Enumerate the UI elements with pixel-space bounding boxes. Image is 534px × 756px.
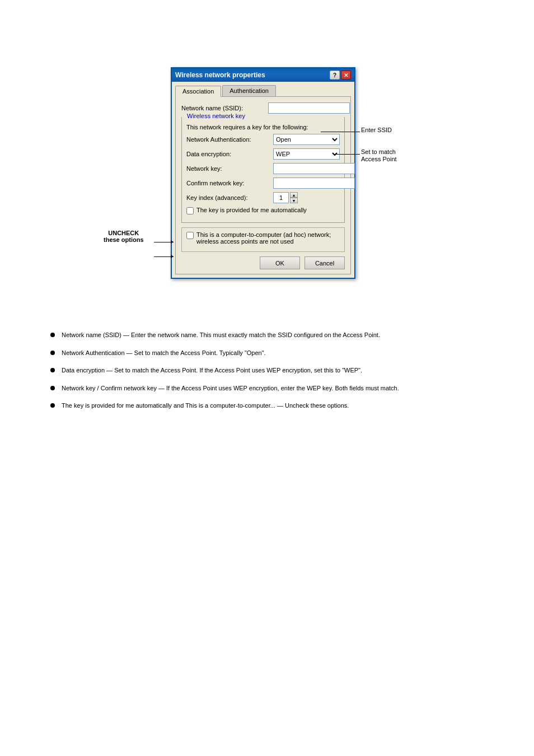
tab-authentication[interactable]: Authentication [222, 85, 276, 96]
network-key-label: Network key: [186, 165, 273, 172]
section-legend: Wireless network key [185, 113, 247, 119]
data-encryption-label: Data encryption: [186, 151, 273, 157]
ok-button[interactable]: OK [260, 256, 300, 269]
spinner-buttons: ▲ ▼ [290, 192, 298, 203]
key-index-input[interactable] [273, 192, 289, 203]
titlebar-buttons: ? ✕ [330, 71, 351, 80]
bullet-dot-4 [50, 386, 55, 390]
network-key-input[interactable] [273, 163, 355, 174]
bullet-text-5: The key is provided for me automatically… [62, 401, 498, 411]
key-index-row: Key index (advanced): ▲ ▼ [186, 192, 340, 203]
bullet-dot-5 [50, 403, 55, 408]
dialog-body: Network name (SSID): Wireless network ke… [175, 96, 351, 274]
bullet-dot-1 [50, 333, 55, 337]
section-text: This network requires a key for the foll… [186, 124, 340, 130]
uncheck-label: UNCHECK these options [104, 230, 144, 243]
data-encryption-select[interactable]: WEP [273, 148, 340, 160]
bullet-item: Network Authentication — Set to match th… [34, 348, 498, 358]
auto-key-checkbox[interactable] [186, 207, 194, 214]
adhoc-row: This is a computer-to-computer (ad hoc) … [186, 231, 340, 245]
network-auth-select[interactable]: Open [273, 134, 340, 145]
uncheck-arrow-2 [154, 256, 174, 257]
close-button[interactable]: ✕ [341, 71, 351, 80]
spinner-down-button[interactable]: ▼ [290, 198, 298, 203]
network-key-row: Network key: [186, 163, 340, 174]
confirm-key-input[interactable] [273, 178, 355, 189]
dialog-buttons: OK Cancel [181, 256, 345, 269]
adhoc-section: This is a computer-to-computer (ad hoc) … [181, 227, 345, 252]
bullet-dot-3 [50, 368, 55, 372]
dialog-titlebar: Wireless network properties ? ✕ [172, 68, 354, 82]
help-button[interactable]: ? [330, 71, 340, 80]
set-to-match-annotation: Set to match [361, 148, 396, 155]
bullet-item: Network name (SSID) — Enter the network … [34, 330, 498, 340]
bullet-item: The key is provided for me automatically… [34, 401, 498, 411]
enter-ssid-annotation: Enter SSID [361, 127, 392, 133]
auto-key-row: The key is provided for me automatically [186, 207, 340, 214]
uncheck-arrow-1 [154, 242, 174, 242]
spinner-up-button[interactable]: ▲ [290, 192, 298, 198]
cancel-button[interactable]: Cancel [305, 256, 345, 269]
data-encryption-row: Data encryption: WEP [186, 148, 340, 160]
wireless-properties-dialog: Wireless network properties ? ✕ Associat… [171, 67, 355, 279]
dialog-tabs: Association Authentication [172, 82, 354, 96]
bullet-item: Network key / Confirm network key — If t… [34, 384, 498, 394]
auto-key-label: The key is provided for me automatically [196, 207, 307, 213]
network-name-row: Network name (SSID): [181, 102, 345, 114]
access-point-annotation: Access Point [361, 156, 397, 162]
confirm-key-row: Confirm network key: [186, 178, 340, 189]
dialog-title: Wireless network properties [175, 71, 265, 79]
wireless-key-section: Wireless network key This network requir… [181, 117, 345, 223]
bullet-text-2: Network Authentication — Set to match th… [62, 348, 498, 358]
set-match-arrow-line [335, 154, 360, 155]
bullet-section: Network name (SSID) — Enter the network … [34, 330, 498, 419]
adhoc-checkbox[interactable] [186, 232, 194, 239]
bullet-dot-2 [50, 351, 55, 355]
network-auth-label: Network Authentication: [186, 136, 273, 143]
network-name-input[interactable] [268, 102, 350, 114]
bullet-item: Data encryption — Set to match the Acces… [34, 366, 498, 376]
bullet-text-4: Network key / Confirm network key — If t… [62, 384, 498, 394]
key-index-label: Key index (advanced): [186, 194, 273, 201]
tab-association[interactable]: Association [175, 86, 221, 97]
key-index-spinner: ▲ ▼ [273, 192, 298, 203]
enter-ssid-arrow-line [321, 132, 360, 132]
network-auth-row: Network Authentication: Open [186, 134, 340, 145]
confirm-key-label: Confirm network key: [186, 180, 273, 186]
adhoc-label: This is a computer-to-computer (ad hoc) … [196, 231, 340, 245]
bullet-text-1: Network name (SSID) — Enter the network … [62, 330, 498, 340]
bullet-text-3: Data encryption — Set to match the Acces… [62, 366, 498, 376]
network-name-label: Network name (SSID): [181, 105, 268, 111]
